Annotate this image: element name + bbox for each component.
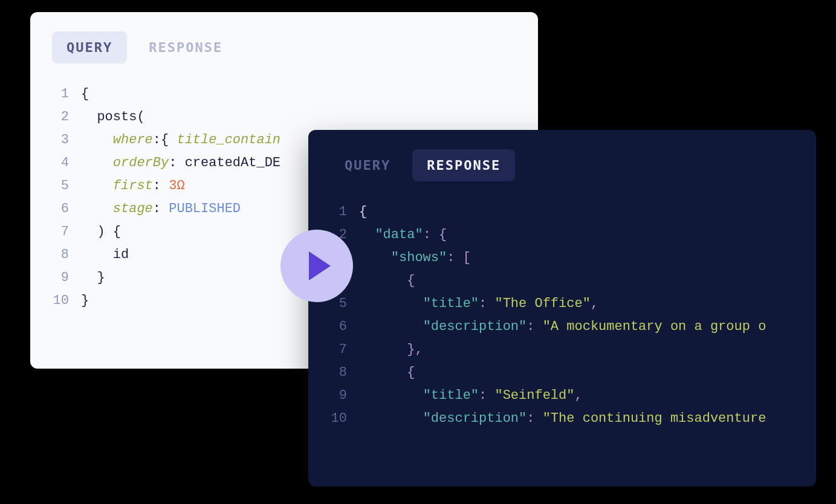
code-text: "description": "A mockumentary on a grou… bbox=[359, 315, 766, 338]
code-line: 8 { bbox=[330, 361, 794, 384]
line-number: 9 bbox=[52, 267, 81, 289]
line-number: 2 bbox=[52, 106, 81, 129]
code-text: } bbox=[81, 289, 89, 312]
play-button[interactable] bbox=[280, 230, 353, 302]
line-number: 6 bbox=[52, 198, 81, 221]
line-number: 6 bbox=[330, 315, 359, 338]
line-number: 8 bbox=[330, 361, 359, 384]
line-number: 9 bbox=[330, 384, 359, 407]
code-line: 2 posts( bbox=[52, 106, 516, 129]
code-text: { bbox=[359, 270, 415, 292]
line-number: 10 bbox=[330, 407, 359, 430]
tab-query[interactable]: QUERY bbox=[330, 149, 405, 181]
code-line: 3 "shows": [ bbox=[330, 247, 794, 270]
code-text: "shows": [ bbox=[359, 247, 471, 270]
tab-response[interactable]: RESPONSE bbox=[134, 31, 237, 63]
tab-response[interactable]: RESPONSE bbox=[412, 149, 515, 181]
code-line: 1 { bbox=[330, 201, 794, 224]
code-text: "title": "Seinfeld", bbox=[359, 384, 583, 407]
code-text: orderBy: createdAt_DE bbox=[81, 152, 280, 175]
line-number: 1 bbox=[330, 201, 359, 224]
code-text: { bbox=[81, 83, 89, 106]
line-number: 8 bbox=[52, 244, 81, 267]
code-text: id bbox=[81, 244, 129, 267]
code-line: 5 "title": "The Office", bbox=[330, 292, 794, 315]
line-number: 5 bbox=[52, 175, 81, 198]
line-number: 10 bbox=[52, 289, 81, 312]
response-panel: QUERY RESPONSE 1 { 2 "data": { 3 "shows"… bbox=[308, 130, 816, 486]
code-text: { bbox=[359, 361, 415, 384]
code-line: 7 }, bbox=[330, 338, 794, 361]
line-number: 7 bbox=[52, 221, 81, 244]
code-text: first: 3Ω bbox=[81, 175, 185, 198]
code-text: }, bbox=[359, 338, 423, 361]
response-code-block: 1 { 2 "data": { 3 "shows": [ 4 { 5 "titl… bbox=[330, 201, 794, 430]
code-text: } bbox=[81, 267, 105, 289]
code-line: 9 "title": "Seinfeld", bbox=[330, 384, 794, 407]
line-number: 7 bbox=[330, 338, 359, 361]
code-text: "title": "The Office", bbox=[359, 292, 598, 315]
code-text: stage: PUBLISHED bbox=[81, 198, 241, 221]
code-line: 2 "data": { bbox=[330, 224, 794, 247]
code-line: 1 { bbox=[52, 83, 516, 106]
code-line: 4 { bbox=[330, 270, 794, 292]
query-panel-tabs: QUERY RESPONSE bbox=[52, 31, 516, 63]
code-line: 6 "description": "A mockumentary on a gr… bbox=[330, 315, 794, 338]
code-text: where:{ title_contain bbox=[81, 129, 280, 152]
tab-query[interactable]: QUERY bbox=[52, 31, 127, 63]
code-text: "description": "The continuing misadvent… bbox=[359, 407, 766, 430]
response-panel-tabs: QUERY RESPONSE bbox=[330, 149, 794, 181]
line-number: 1 bbox=[52, 83, 81, 106]
code-text: ) { bbox=[81, 221, 121, 244]
code-text: posts( bbox=[81, 106, 145, 129]
line-number: 3 bbox=[52, 129, 81, 152]
line-number: 4 bbox=[52, 152, 81, 175]
code-text: { bbox=[359, 201, 367, 224]
code-line: 10 "description": "The continuing misadv… bbox=[330, 407, 794, 430]
play-icon bbox=[309, 251, 331, 280]
code-text: "data": { bbox=[359, 224, 447, 247]
